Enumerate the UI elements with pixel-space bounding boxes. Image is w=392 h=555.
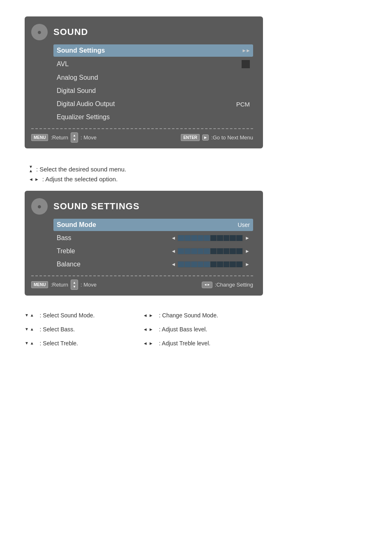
bottom-text-1r: : Change Sound Mode. bbox=[159, 312, 218, 319]
move-nav-icon-2: ▲▼ bbox=[71, 280, 78, 290]
sound-settings-panel: SOUND SETTINGS Sound Mode User Bass ◄ bbox=[25, 191, 263, 296]
bottom-row1-right: ◄ ► : Change Sound Mode. bbox=[143, 312, 218, 319]
ud-arrows-1: ▼▲ bbox=[29, 165, 33, 173]
bass-right-arrow: ► bbox=[245, 235, 250, 241]
menu-button-2[interactable]: MENU bbox=[31, 281, 48, 288]
avl-value bbox=[242, 60, 250, 68]
enter-button[interactable]: ENTER bbox=[181, 134, 200, 141]
move-label-2: : Move bbox=[81, 282, 97, 288]
panel2-header: SOUND SETTINGS bbox=[31, 198, 253, 215]
panel2-menu-items: Sound Mode User Bass ◄ bbox=[53, 219, 253, 271]
sound-mode-label: Sound Mode bbox=[57, 221, 96, 229]
panel1-title: SOUND bbox=[53, 27, 88, 37]
menu-row-sound-settings[interactable]: Sound Settings ►► bbox=[53, 44, 253, 57]
analog-sound-label: Analog Sound bbox=[57, 74, 98, 81]
bass-slider[interactable] bbox=[178, 235, 243, 241]
bottom-row2-right: ◄ ► : Adjust Bass level. bbox=[143, 326, 207, 333]
speaker-icon-2 bbox=[31, 198, 48, 215]
panel2-title: SOUND SETTINGS bbox=[53, 201, 140, 212]
bottom-desc-section: ▼ ▲ : Select Sound Mode. ◄ ► : Change So… bbox=[25, 312, 367, 347]
bass-left-arrow: ◄ bbox=[171, 235, 176, 241]
menu-row-sound-mode[interactable]: Sound Mode User bbox=[53, 219, 253, 231]
panel2-footer-right: ◄► :Change Setting bbox=[202, 282, 253, 288]
balance-slider[interactable] bbox=[178, 261, 243, 268]
sound-mode-user: User bbox=[238, 222, 250, 228]
digital-sound-label: Digital Sound bbox=[57, 87, 96, 95]
double-arrow-icon: ►► bbox=[242, 48, 250, 53]
return-label: :Return bbox=[51, 134, 68, 141]
bottom-row1-left: ▼ ▲ : Select Sound Mode. bbox=[25, 312, 140, 319]
change-setting-label: :Change Setting bbox=[215, 282, 253, 288]
panel1-footer-right: ENTER ▶ :Go to Next Menu bbox=[181, 134, 253, 141]
lr-arrows-4: ◄ ► bbox=[143, 341, 153, 346]
bottom-text-1: : Select Sound Mode. bbox=[40, 312, 95, 319]
avl-label: AVL bbox=[57, 60, 69, 68]
treble-slider[interactable] bbox=[178, 248, 243, 254]
menu-row-avl[interactable]: AVL bbox=[53, 58, 253, 71]
return-label-2: :Return bbox=[51, 282, 68, 288]
bottom-text-3r: : Adjust Treble level. bbox=[159, 340, 210, 347]
balance-value: ◄ ► bbox=[171, 261, 250, 268]
treble-right-arrow: ► bbox=[245, 248, 250, 254]
menu-row-analog-sound[interactable]: Analog Sound bbox=[53, 72, 253, 84]
balance-left-arrow: ◄ bbox=[171, 261, 176, 267]
menu-row-treble[interactable]: Treble ◄ ► bbox=[53, 245, 253, 257]
digital-audio-output-value: PCM bbox=[236, 101, 250, 108]
bottom-text-2r: : Adjust Bass level. bbox=[159, 326, 208, 333]
menu-row-equalizer-settings[interactable]: Equalizer Settings bbox=[53, 111, 253, 123]
bass-label: Bass bbox=[57, 234, 71, 242]
sound-menu-panel: SOUND Sound Settings ►► AVL Analog Sound… bbox=[25, 16, 263, 148]
move-nav-icon: ▲▼ bbox=[71, 132, 78, 143]
change-nav-icon: ◄► bbox=[202, 282, 212, 288]
lr-arrows-2: ◄ ► bbox=[143, 313, 153, 318]
ud-arrows-4: ▼ ▲ bbox=[25, 341, 34, 345]
desc-text-1: : Select the desired sound menu. bbox=[36, 166, 126, 173]
lr-arrows-1: ◄ ► bbox=[29, 177, 39, 182]
panel1-footer: MENU :Return ▲▼ : Move ENTER ▶ :Go to Ne… bbox=[31, 128, 253, 143]
square-icon bbox=[242, 60, 250, 68]
bottom-desc-row-1: ▼ ▲ : Select Sound Mode. ◄ ► : Change So… bbox=[25, 312, 367, 319]
panel2-footer-left: MENU :Return ▲▼ : Move bbox=[31, 280, 97, 290]
sound-mode-value: User bbox=[238, 222, 250, 228]
bottom-text-3: : Select Treble. bbox=[40, 340, 78, 347]
treble-label: Treble bbox=[57, 247, 75, 255]
desc-line-1: ▼▲ : Select the desired sound menu. bbox=[29, 165, 367, 173]
bottom-row3-right: ◄ ► : Adjust Treble level. bbox=[143, 340, 210, 347]
bottom-desc-row-3: ▼ ▲ : Select Treble. ◄ ► : Adjust Treble… bbox=[25, 340, 367, 347]
menu-button[interactable]: MENU bbox=[31, 134, 48, 141]
panel1-header: SOUND bbox=[31, 24, 253, 40]
bass-value: ◄ ► bbox=[171, 235, 250, 241]
speaker-icon bbox=[31, 24, 48, 40]
menu-row-balance[interactable]: Balance ◄ ► bbox=[53, 258, 253, 271]
bottom-desc-row-2: ▼ ▲ : Select Bass. ◄ ► : Adjust Bass lev… bbox=[25, 326, 367, 333]
sound-settings-label: Sound Settings bbox=[57, 47, 105, 54]
equalizer-settings-label: Equalizer Settings bbox=[57, 113, 110, 121]
next-menu-label: :Go to Next Menu bbox=[211, 134, 253, 141]
menu-row-digital-audio-output[interactable]: Digital Audio Output PCM bbox=[53, 98, 253, 110]
desc-line-2: ◄ ► : Adjust the selected option. bbox=[29, 176, 367, 183]
desc-text-2: : Adjust the selected option. bbox=[42, 176, 118, 183]
balance-right-arrow: ► bbox=[245, 261, 250, 267]
sound-settings-value: ►► bbox=[242, 48, 250, 53]
menu-row-bass[interactable]: Bass ◄ ► bbox=[53, 232, 253, 244]
balance-label: Balance bbox=[57, 261, 81, 268]
menu-row-digital-sound[interactable]: Digital Sound bbox=[53, 85, 253, 97]
panel1-menu-items: Sound Settings ►► AVL Analog Sound Digit… bbox=[53, 44, 253, 123]
ud-arrows-3: ▼ ▲ bbox=[25, 327, 34, 331]
ud-arrows-2: ▼ ▲ bbox=[25, 313, 34, 317]
lr-nav-icon: ▶ bbox=[202, 134, 209, 141]
panel1-footer-left: MENU :Return ▲▼ : Move bbox=[31, 132, 97, 143]
treble-value: ◄ ► bbox=[171, 248, 250, 254]
panel2-footer: MENU :Return ▲▼ : Move ◄► :Change Settin… bbox=[31, 275, 253, 290]
digital-audio-output-label: Digital Audio Output bbox=[57, 100, 115, 108]
bottom-text-2: : Select Bass. bbox=[40, 326, 75, 333]
bottom-row2-left: ▼ ▲ : Select Bass. bbox=[25, 326, 140, 333]
treble-left-arrow: ◄ bbox=[171, 248, 176, 254]
bottom-row3-left: ▼ ▲ : Select Treble. bbox=[25, 340, 140, 347]
lr-arrows-3: ◄ ► bbox=[143, 327, 153, 332]
desc-section-1: ▼▲ : Select the desired sound menu. ◄ ► … bbox=[25, 165, 367, 183]
move-label: : Move bbox=[81, 134, 97, 141]
